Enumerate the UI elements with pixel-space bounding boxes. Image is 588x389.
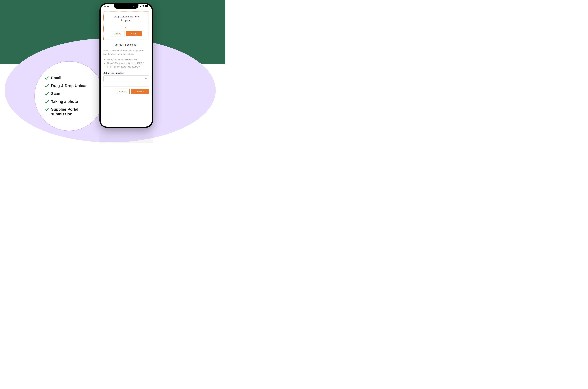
svg-rect-2 (140, 6, 141, 7)
criteria-item: If PDF, it must not exceed 30MB * (107, 58, 149, 61)
dropzone-title: Drag & drop a file here to upload (105, 15, 147, 22)
check-icon (45, 107, 49, 112)
battery-icon (145, 5, 148, 7)
dropzone[interactable]: Drag & drop a file here to upload or Upl… (103, 11, 149, 40)
chevron-down-icon (145, 78, 147, 79)
status-time: 10.42 (104, 5, 109, 7)
dropzone-text: Drag & drop a (114, 15, 129, 18)
feature-label: Drag & Drop Upload (51, 83, 88, 88)
dropzone-buttons: Upload Scan (105, 31, 147, 36)
no-file-row: No file Selected ! (103, 43, 149, 46)
supplier-field-label: Select the supplier (103, 72, 149, 74)
submit-button[interactable]: Submit (131, 89, 149, 94)
svg-rect-0 (139, 7, 140, 7)
dropzone-or: or (105, 26, 147, 29)
signal-icon (139, 5, 142, 7)
criteria-item: If PNG/JPG, it must not exceed 10MB * (107, 62, 149, 65)
dropzone-text-bold: ad (128, 19, 131, 22)
phone-frame: 10.42 Drag & drop a file here to upload (99, 3, 153, 128)
upload-button[interactable]: Upload (111, 31, 124, 36)
status-indicators (139, 5, 148, 7)
feature-item: Taking a photo (45, 99, 104, 104)
svg-rect-5 (148, 6, 148, 7)
check-icon (45, 76, 49, 80)
feature-item: Email (45, 76, 104, 80)
wifi-icon (142, 5, 145, 7)
feature-label: Scan (51, 91, 60, 96)
phone-notch (114, 4, 139, 9)
dropzone-text: to uplo (121, 19, 128, 22)
feature-item: Supplier Portal submission (45, 107, 104, 117)
no-file-label: No file Selected ! (119, 43, 138, 46)
feature-label: Email (51, 76, 61, 80)
phone-reflection (99, 128, 153, 143)
criteria-item: If TIFF, it must not exceed 500MB * (107, 65, 149, 68)
screen-content: Drag & drop a file here to upload or Upl… (101, 10, 152, 127)
form-actions: Cancel Submit (103, 89, 149, 94)
check-icon (45, 92, 49, 96)
criteria-list: If PDF, it must not exceed 30MB * If PNG… (103, 58, 149, 69)
feature-item: Scan (45, 91, 104, 96)
check-icon (45, 84, 49, 88)
phone-screen: 10.42 Drag & drop a file here to upload (101, 4, 152, 127)
camera-dot-icon (133, 6, 134, 7)
cancel-button[interactable]: Cancel (116, 89, 130, 94)
feature-item: Drag & Drop Upload (45, 83, 104, 88)
svg-rect-1 (140, 6, 140, 7)
features-circle: Email Drag & Drop Upload Scan Taking a p… (34, 61, 104, 131)
svg-rect-3 (141, 5, 141, 7)
dropzone-text-bold: file here (129, 15, 139, 18)
feature-label: Taking a photo (51, 99, 78, 104)
supplier-select[interactable] (103, 75, 149, 82)
svg-rect-4 (145, 5, 148, 7)
feature-label: Supplier Portal submission (51, 107, 97, 117)
paperclip-icon (115, 43, 118, 46)
upload-note: Please ensure that the invoices uploaded… (103, 49, 149, 56)
check-icon (45, 99, 49, 104)
scan-button[interactable]: Scan (126, 31, 142, 36)
